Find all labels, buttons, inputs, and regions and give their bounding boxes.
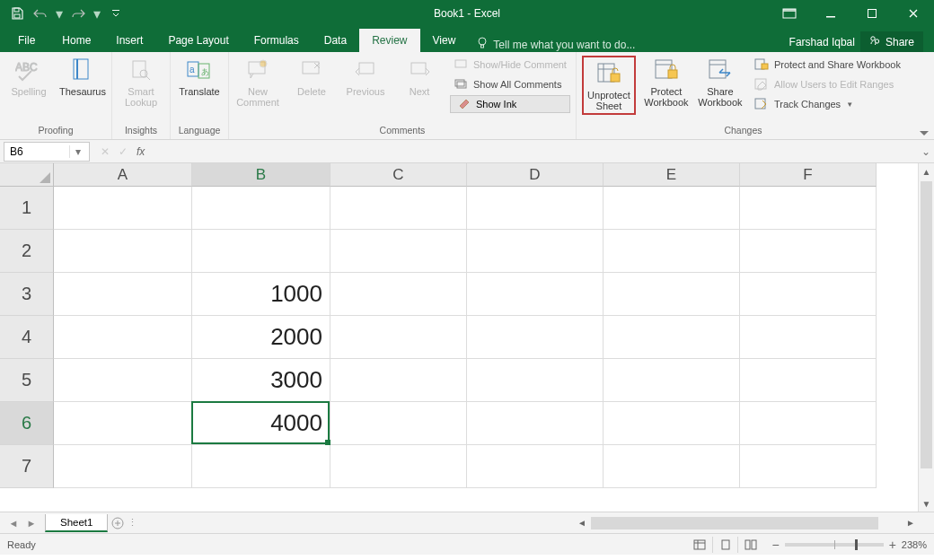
zoom-thumb[interactable] [855, 539, 858, 550]
tab-view[interactable]: View [420, 29, 469, 52]
cell-area[interactable]: 1000200030004000 [54, 187, 918, 512]
cell[interactable] [604, 273, 740, 316]
cell[interactable] [192, 445, 330, 488]
cell[interactable] [467, 230, 604, 273]
protect-share-workbook-button[interactable]: Protect and Share Workbook [751, 56, 904, 74]
cell[interactable] [330, 402, 467, 445]
cell[interactable] [604, 230, 740, 273]
column-header[interactable]: E [604, 163, 740, 187]
cell[interactable] [330, 273, 467, 316]
protect-workbook-button[interactable]: Protect Workbook [643, 56, 690, 108]
cell[interactable] [467, 402, 604, 445]
show-all-comments-button[interactable]: Show All Comments [450, 75, 570, 93]
formula-expand-icon[interactable]: ⌄ [918, 145, 934, 158]
cell[interactable] [54, 359, 192, 402]
user-name[interactable]: Farshad Iqbal [789, 36, 855, 48]
zoom-in-button[interactable]: + [889, 538, 896, 552]
save-icon[interactable] [7, 4, 27, 23]
cell[interactable] [467, 273, 604, 316]
cell[interactable]: 1000 [192, 273, 330, 316]
tab-home[interactable]: Home [49, 29, 103, 52]
cell[interactable] [467, 359, 604, 402]
cell[interactable] [604, 187, 740, 230]
cell[interactable]: 2000 [192, 316, 330, 359]
zoom-slider[interactable] [785, 543, 884, 547]
cell[interactable] [604, 445, 740, 488]
track-changes-button[interactable]: Track Changes ▼ [751, 95, 904, 113]
delete-comment-button[interactable]: Delete [288, 56, 335, 97]
redo-icon[interactable] [68, 4, 88, 23]
minimize-icon[interactable] [810, 0, 851, 27]
tab-review[interactable]: Review [359, 29, 419, 52]
view-normal-icon[interactable] [687, 537, 712, 553]
cell[interactable] [740, 316, 877, 359]
row-header[interactable]: 4 [0, 316, 54, 359]
tab-scroll-grip-icon[interactable]: ⋮ [128, 517, 137, 529]
cell[interactable] [740, 273, 877, 316]
enter-formula-icon[interactable]: ✓ [119, 145, 128, 158]
row-header[interactable]: 7 [0, 445, 54, 488]
customize-qat-icon[interactable] [106, 4, 126, 23]
cell[interactable] [54, 187, 192, 230]
tell-me-search[interactable]: Tell me what you want to do... [468, 37, 644, 52]
column-header[interactable]: F [740, 163, 877, 187]
name-box[interactable]: ▾ [4, 142, 90, 162]
view-page-layout-icon[interactable] [712, 537, 737, 553]
sheet-tab-active[interactable]: Sheet1 [45, 514, 108, 532]
cell[interactable] [330, 230, 467, 273]
row-header[interactable]: 5 [0, 359, 54, 402]
cell[interactable] [54, 316, 192, 359]
cancel-formula-icon[interactable]: ✕ [101, 145, 110, 158]
scroll-left-icon[interactable]: ◄ [575, 518, 589, 528]
select-all-corner[interactable] [0, 163, 54, 187]
cell[interactable] [54, 230, 192, 273]
formula-input[interactable] [152, 142, 918, 162]
row-header[interactable]: 1 [0, 187, 54, 230]
fx-icon[interactable]: fx [137, 145, 145, 158]
cell[interactable] [467, 316, 604, 359]
maximize-icon[interactable] [851, 0, 893, 27]
name-box-input[interactable] [4, 145, 69, 158]
column-header[interactable]: B [192, 163, 330, 187]
cell[interactable] [54, 273, 192, 316]
share-workbook-button[interactable]: Share Workbook [697, 56, 744, 108]
cell[interactable] [192, 187, 330, 230]
smart-lookup-button[interactable]: Smart Lookup [118, 56, 164, 108]
cell[interactable] [330, 359, 467, 402]
cell[interactable] [54, 445, 192, 488]
undo-icon[interactable] [31, 4, 50, 23]
thesaurus-button[interactable]: Thesaurus [59, 56, 106, 97]
cell[interactable] [740, 230, 877, 273]
cell[interactable] [604, 402, 740, 445]
scroll-right-icon[interactable]: ► [903, 518, 918, 528]
vscroll-thumb[interactable] [921, 181, 932, 468]
zoom-level[interactable]: 238% [902, 539, 927, 550]
row-header[interactable]: 2 [0, 230, 54, 273]
add-sheet-button[interactable] [108, 517, 128, 529]
view-page-break-icon[interactable] [737, 537, 762, 553]
share-button[interactable]: Share [860, 31, 923, 52]
tab-formulas[interactable]: Formulas [242, 29, 312, 52]
allow-edit-ranges-button[interactable]: Allow Users to Edit Ranges [751, 75, 904, 93]
row-header[interactable]: 6 [0, 402, 54, 445]
cell[interactable] [330, 445, 467, 488]
cell[interactable] [740, 359, 877, 402]
cell[interactable] [604, 316, 740, 359]
cell[interactable] [740, 187, 877, 230]
new-comment-button[interactable]: New Comment [234, 56, 281, 108]
cell[interactable] [740, 445, 877, 488]
cell[interactable] [192, 230, 330, 273]
translate-button[interactable]: aあ Translate [176, 56, 223, 97]
tab-data[interactable]: Data [312, 29, 359, 52]
horizontal-scrollbar[interactable]: ◄ ► [575, 514, 918, 531]
column-header[interactable]: D [467, 163, 604, 187]
show-ink-button[interactable]: Show Ink [450, 95, 570, 113]
scroll-up-icon[interactable]: ▲ [919, 163, 934, 179]
sheet-nav-prev-icon[interactable]: ◄ [5, 518, 22, 529]
vertical-scrollbar[interactable]: ▲ ▼ [918, 163, 934, 512]
cell[interactable] [604, 359, 740, 402]
tab-page-layout[interactable]: Page Layout [155, 29, 241, 52]
next-comment-button[interactable]: Next [396, 56, 443, 97]
unprotect-sheet-button[interactable]: Unprotect Sheet [586, 59, 632, 111]
close-icon[interactable] [893, 0, 934, 27]
